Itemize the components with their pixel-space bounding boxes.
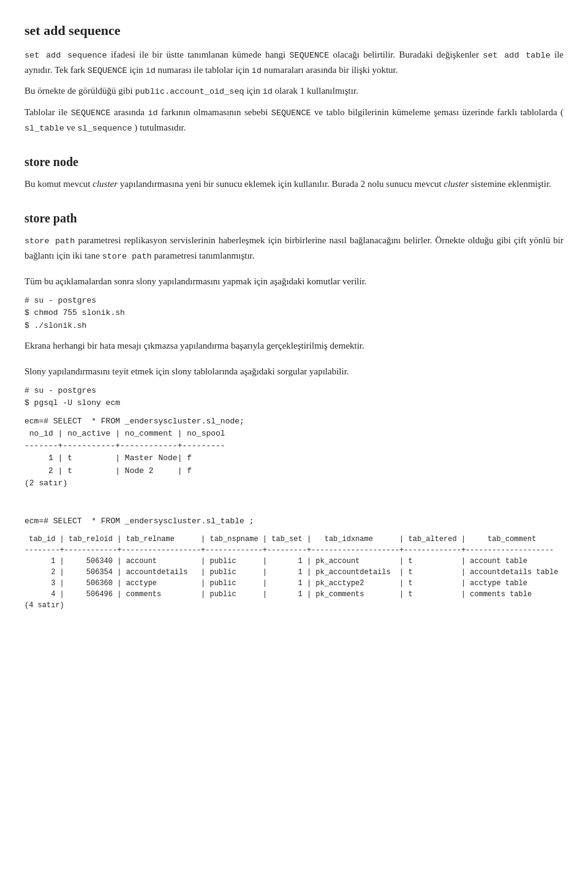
code-store-path-1: store path	[24, 237, 75, 246]
store-node-para: Bu komut mevcut cluster yapılandırmasına…	[24, 176, 564, 191]
code-sl-table: sl_table	[24, 124, 64, 133]
code-id-1: id	[146, 66, 156, 75]
code-sequence-4: SEQUENCE	[271, 108, 311, 118]
verify-code-block: # su - postgres $ pgsql -U slony ecm	[24, 385, 564, 409]
code-set-add-table: set add table	[483, 51, 550, 60]
set-add-sequence-section: set add sequence ifadesi ile bir üstte t…	[24, 47, 564, 135]
config-after-code: Ekrana herhangi bir hata mesajı çıkmazsa…	[24, 338, 564, 353]
config-code-block: # su - postgres $ chmod 755 slonik.sh $ …	[24, 295, 564, 331]
store-path-heading: store path	[24, 208, 564, 228]
store-node-section: store node Bu komut mevcut cluster yapıl…	[24, 152, 564, 191]
config-intro-para: Tüm bu açıklamalardan sonra slony yapıla…	[24, 274, 564, 289]
code-public-account: public.account_oid_seq	[135, 87, 244, 96]
cluster-italic-1: cluster	[92, 179, 118, 189]
store-node-heading: store node	[24, 152, 564, 172]
para-3: Tablolar ile SEQUENCE arasında id farkın…	[24, 105, 564, 135]
code-id-2: id	[252, 66, 262, 75]
sl-table-result: tab_id | tab_reloid | tab_relname | tab_…	[24, 534, 564, 611]
code-store-path-2: store path	[102, 252, 152, 261]
cluster-italic-2: cluster	[443, 179, 469, 189]
verify-intro-para: Slony yapılandırmasını teyit etmek için …	[24, 364, 564, 379]
store-path-section: store path store path parametresi replik…	[24, 208, 564, 263]
config-section: Tüm bu açıklamalardan sonra slony yapıla…	[24, 274, 564, 352]
code-sequence-1: SEQUENCE	[290, 51, 330, 60]
code-id-4: id	[148, 108, 157, 118]
code-id-3: id	[263, 87, 273, 96]
code-sequence-3: SEQUENCE	[71, 108, 111, 118]
verify-section: Slony yapılandırmasını teyit etmek için …	[24, 364, 564, 611]
sl-table-query-header: ecm=# SELECT * FROM _endersyscluster.sl_…	[24, 515, 564, 528]
sl-node-query: ecm=# SELECT * FROM _endersyscluster.sl_…	[24, 415, 564, 490]
page-heading: set add sequence	[24, 20, 564, 41]
code-set-add-seq: set add sequence	[24, 51, 107, 60]
code-sequence-2: SEQUENCE	[88, 66, 127, 75]
para-1: set add sequence ifadesi ile bir üstte t…	[24, 47, 564, 77]
store-path-para: store path parametresi replikasyon servi…	[24, 233, 564, 263]
para-2: Bu örnekte de görüldüğü gibi public.acco…	[24, 83, 564, 99]
code-sl-sequence: sl_sequence	[77, 124, 132, 133]
